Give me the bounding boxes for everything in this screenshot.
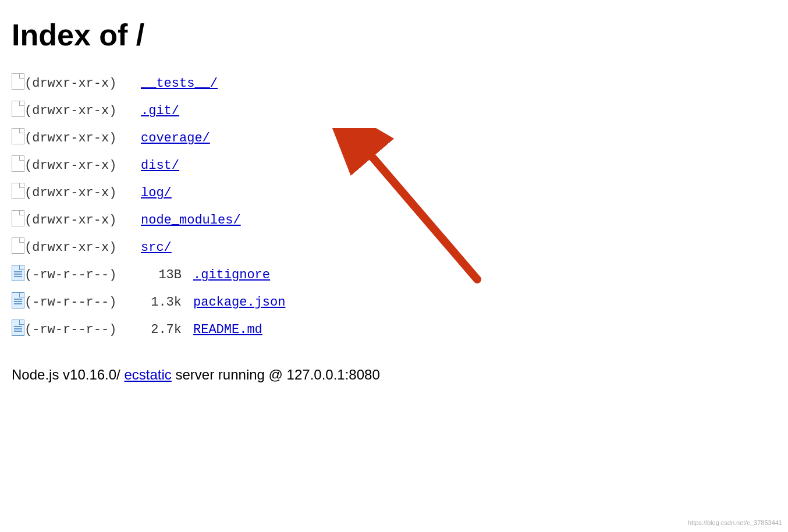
list-item: (-rw-r--r--)1.3kpackage.json xyxy=(12,289,776,316)
list-item: (-rw-r--r--)13B.gitignore xyxy=(12,261,776,289)
file-permissions: (drwxr-xr-x) xyxy=(24,240,141,255)
file-permissions: (drwxr-xr-x) xyxy=(24,131,141,146)
folder-icon xyxy=(12,73,24,90)
watermark: https://blog.csdn.net/c_37853441 xyxy=(688,519,782,526)
file-icon xyxy=(12,128,24,148)
file-permissions: (-rw-r--r--) xyxy=(24,295,141,310)
folder-icon xyxy=(12,155,24,172)
folder-icon xyxy=(12,210,24,226)
footer-ecstatic-link[interactable]: ecstatic xyxy=(124,367,171,382)
file-permissions: (drwxr-xr-x) xyxy=(24,158,141,173)
list-item: (drwxr-xr-x)node_modules/ xyxy=(12,207,776,234)
list-item: (-rw-r--r--)2.7kREADME.md xyxy=(12,316,776,343)
file-icon xyxy=(12,183,24,203)
file-icon xyxy=(12,265,24,285)
list-item: (drwxr-xr-x)src/ xyxy=(12,234,776,261)
file-icon xyxy=(12,320,24,336)
file-permissions: (drwxr-xr-x) xyxy=(24,76,141,91)
file-icon xyxy=(12,73,24,94)
file-size: 1.3k xyxy=(141,295,182,310)
list-item: (drwxr-xr-x)coverage/ xyxy=(12,125,776,152)
file-permissions: (-rw-r--r--) xyxy=(24,268,141,282)
file-link[interactable]: log/ xyxy=(141,186,172,200)
file-permissions: (drwxr-xr-x) xyxy=(24,186,141,200)
page-title: Index of / xyxy=(12,17,776,52)
file-link[interactable]: node_modules/ xyxy=(141,213,241,228)
footer-suffix: server running @ 127.0.0.1:8080 xyxy=(172,367,380,382)
file-link[interactable]: src/ xyxy=(141,240,172,255)
file-link[interactable]: package.json xyxy=(193,295,285,310)
footer-prefix: Node.js v10.16.0/ xyxy=(12,367,124,382)
file-icon xyxy=(12,155,24,176)
file-size: 2.7k xyxy=(141,322,182,337)
list-item: (drwxr-xr-x)__tests__/ xyxy=(12,70,776,97)
file-icon xyxy=(12,210,24,230)
file-icon xyxy=(12,237,24,258)
file-permissions: (drwxr-xr-x) xyxy=(24,213,141,228)
folder-icon xyxy=(12,101,24,117)
file-icon xyxy=(12,292,24,308)
folder-icon xyxy=(12,237,24,254)
file-link[interactable]: .gitignore xyxy=(193,268,270,282)
file-link[interactable]: coverage/ xyxy=(141,131,210,146)
folder-icon xyxy=(12,183,24,199)
file-icon xyxy=(12,265,24,281)
list-item: (drwxr-xr-x).git/ xyxy=(12,97,776,125)
file-link[interactable]: .git/ xyxy=(141,104,179,118)
footer: Node.js v10.16.0/ ecstatic server runnin… xyxy=(12,367,776,383)
file-list: (drwxr-xr-x)__tests__/(drwxr-xr-x).git/(… xyxy=(12,70,776,343)
folder-icon xyxy=(12,128,24,144)
file-size: 13B xyxy=(141,268,182,282)
file-icon xyxy=(12,101,24,121)
file-icon xyxy=(12,292,24,313)
file-link[interactable]: __tests__/ xyxy=(141,76,218,91)
file-permissions: (drwxr-xr-x) xyxy=(24,104,141,118)
list-item: (drwxr-xr-x)dist/ xyxy=(12,152,776,179)
file-icon xyxy=(12,320,24,340)
file-link[interactable]: dist/ xyxy=(141,158,179,173)
file-link[interactable]: README.md xyxy=(193,322,262,337)
list-item: (drwxr-xr-x)log/ xyxy=(12,179,776,207)
file-permissions: (-rw-r--r--) xyxy=(24,322,141,337)
